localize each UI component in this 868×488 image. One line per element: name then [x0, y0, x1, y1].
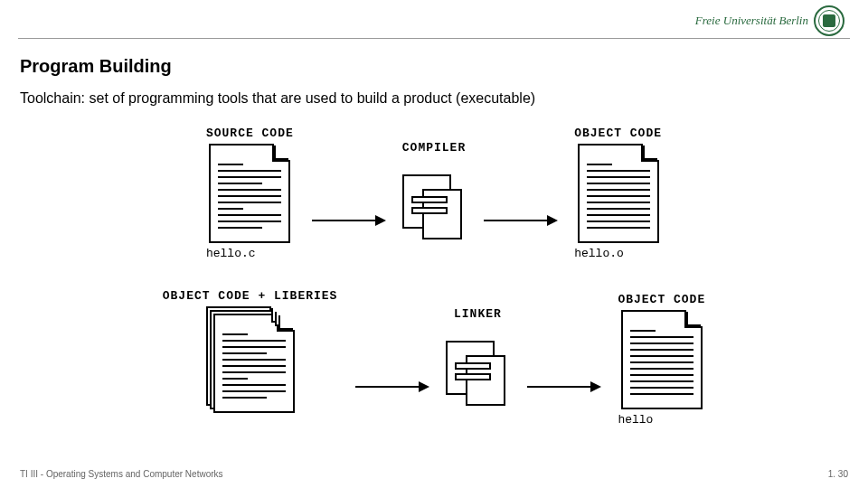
label-compiler: COMPILER — [402, 141, 466, 155]
linker-block: LINKER — [446, 307, 509, 413]
page-title: Program Building — [20, 56, 172, 77]
document-icon — [209, 144, 290, 243]
label-linker: LINKER — [454, 307, 502, 321]
document-icon — [621, 310, 703, 409]
linker-icon — [446, 341, 509, 413]
compiler-block: COMPILER — [402, 141, 466, 247]
document-stack-icon — [206, 306, 295, 413]
label-object-code-libs: OBJECT CODE + LIBERIES — [163, 289, 338, 303]
diagram-row-compile: SOURCE CODE hello.c COMPILER OBJECT CODE — [0, 127, 868, 260]
filename-hello-c: hello.c — [206, 247, 256, 260]
filename-hello-o: hello.o — [574, 247, 624, 260]
page-subtitle: Toolchain: set of programming tools that… — [20, 90, 535, 107]
source-code-block: SOURCE CODE hello.c — [206, 127, 294, 260]
arrow-icon — [484, 220, 556, 221]
diagram: SOURCE CODE hello.c COMPILER OBJECT CODE — [0, 117, 868, 452]
footer-left: TI III - Operating Systems and Computer … — [20, 469, 223, 479]
label-source-code: SOURCE CODE — [206, 127, 294, 140]
arrow-icon — [312, 220, 384, 221]
diagram-row-link: OBJECT CODE + LIBERIES LINKER — [0, 289, 868, 430]
header-divider — [18, 38, 850, 39]
university-logo: Freie Universität Berlin — [692, 5, 848, 36]
compiler-icon — [402, 174, 466, 247]
arrow-icon — [355, 386, 428, 388]
footer-right: 1. 30 — [828, 469, 848, 479]
filename-hello: hello — [618, 413, 653, 427]
executable-block: OBJECT CODE hello — [618, 293, 705, 427]
arrow-icon — [527, 386, 599, 388]
footer: TI III - Operating Systems and Computer … — [20, 469, 848, 479]
logo-text: Freie Universität Berlin — [695, 14, 808, 28]
object-code-block: OBJECT CODE hello.o — [574, 127, 662, 260]
filename-empty — [163, 417, 170, 430]
object-code-libs-block: OBJECT CODE + LIBERIES — [163, 289, 338, 430]
document-icon — [578, 144, 659, 243]
seal-icon — [814, 5, 844, 36]
label-object-code: OBJECT CODE — [574, 127, 662, 140]
label-object-code-out: OBJECT CODE — [618, 293, 705, 306]
slide: Freie Universität Berlin Program Buildin… — [0, 0, 868, 488]
